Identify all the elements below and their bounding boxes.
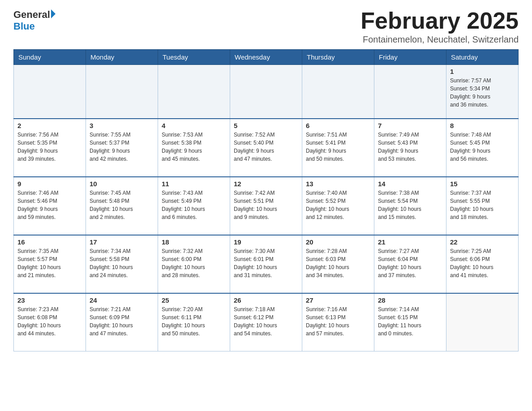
calendar-cell: 28Sunrise: 7:14 AMSunset: 6:15 PMDayligh… <box>374 293 446 351</box>
day-number: 17 <box>90 238 154 246</box>
location-subtitle: Fontainemelon, Neuchatel, Switzerland <box>360 34 519 45</box>
logo-blue: Blue <box>13 21 35 32</box>
calendar-cell: 1Sunrise: 7:57 AMSunset: 5:34 PMDaylight… <box>446 65 519 119</box>
column-header-tuesday: Tuesday <box>158 50 230 65</box>
calendar-cell: 5Sunrise: 7:52 AMSunset: 5:40 PMDaylight… <box>230 119 302 177</box>
logo-triangle-icon <box>51 9 56 18</box>
day-number: 10 <box>90 180 154 188</box>
calendar-cell <box>230 65 302 119</box>
day-info: Sunrise: 7:14 AMSunset: 6:15 PMDaylight:… <box>378 305 442 338</box>
day-number: 18 <box>162 238 226 246</box>
day-info: Sunrise: 7:45 AMSunset: 5:48 PMDaylight:… <box>90 189 154 221</box>
day-info: Sunrise: 7:48 AMSunset: 5:45 PMDaylight:… <box>450 131 515 163</box>
day-info: Sunrise: 7:43 AMSunset: 5:49 PMDaylight:… <box>162 189 226 221</box>
day-info: Sunrise: 7:37 AMSunset: 5:55 PMDaylight:… <box>450 189 515 221</box>
calendar-cell: 15Sunrise: 7:37 AMSunset: 5:55 PMDayligh… <box>446 177 519 235</box>
calendar-cell: 20Sunrise: 7:28 AMSunset: 6:03 PMDayligh… <box>302 235 374 293</box>
month-title: February 2025 <box>360 9 519 32</box>
calendar-cell: 14Sunrise: 7:38 AMSunset: 5:54 PMDayligh… <box>374 177 446 235</box>
day-info: Sunrise: 7:52 AMSunset: 5:40 PMDaylight:… <box>234 131 298 163</box>
calendar-cell: 9Sunrise: 7:46 AMSunset: 5:46 PMDaylight… <box>14 177 86 235</box>
day-number: 6 <box>306 122 370 129</box>
calendar-cell: 6Sunrise: 7:51 AMSunset: 5:41 PMDaylight… <box>302 119 374 177</box>
calendar-cell: 7Sunrise: 7:49 AMSunset: 5:43 PMDaylight… <box>374 119 446 177</box>
calendar-cell: 12Sunrise: 7:42 AMSunset: 5:51 PMDayligh… <box>230 177 302 235</box>
day-number: 20 <box>306 238 370 246</box>
calendar-cell: 25Sunrise: 7:20 AMSunset: 6:11 PMDayligh… <box>158 293 230 351</box>
day-number: 8 <box>450 122 515 129</box>
day-info: Sunrise: 7:18 AMSunset: 6:12 PMDaylight:… <box>234 305 298 338</box>
calendar-week-row: 1Sunrise: 7:57 AMSunset: 5:34 PMDaylight… <box>14 65 519 119</box>
column-header-friday: Friday <box>374 50 446 65</box>
day-number: 28 <box>378 296 442 304</box>
calendar-week-row: 2Sunrise: 7:56 AMSunset: 5:35 PMDaylight… <box>14 119 519 177</box>
day-number: 22 <box>450 238 515 246</box>
calendar-cell: 8Sunrise: 7:48 AMSunset: 5:45 PMDaylight… <box>446 119 519 177</box>
day-number: 16 <box>17 238 82 246</box>
calendar-cell: 4Sunrise: 7:53 AMSunset: 5:38 PMDaylight… <box>158 119 230 177</box>
day-info: Sunrise: 7:49 AMSunset: 5:43 PMDaylight:… <box>378 131 442 163</box>
day-number: 24 <box>90 296 154 304</box>
day-info: Sunrise: 7:28 AMSunset: 6:03 PMDaylight:… <box>306 247 370 279</box>
calendar-cell: 10Sunrise: 7:45 AMSunset: 5:48 PMDayligh… <box>86 177 158 235</box>
day-number: 1 <box>450 68 515 75</box>
calendar-cell <box>86 65 158 119</box>
day-info: Sunrise: 7:32 AMSunset: 6:00 PMDaylight:… <box>162 247 226 279</box>
day-info: Sunrise: 7:56 AMSunset: 5:35 PMDaylight:… <box>17 131 82 163</box>
day-info: Sunrise: 7:16 AMSunset: 6:13 PMDaylight:… <box>306 305 370 338</box>
column-header-thursday: Thursday <box>302 50 374 65</box>
day-info: Sunrise: 7:21 AMSunset: 6:09 PMDaylight:… <box>90 305 154 338</box>
day-number: 11 <box>162 180 226 188</box>
column-header-wednesday: Wednesday <box>230 50 302 65</box>
day-number: 13 <box>306 180 370 188</box>
day-info: Sunrise: 7:38 AMSunset: 5:54 PMDaylight:… <box>378 189 442 221</box>
day-info: Sunrise: 7:40 AMSunset: 5:52 PMDaylight:… <box>306 189 370 221</box>
day-number: 12 <box>234 180 298 188</box>
day-number: 21 <box>378 238 442 246</box>
day-number: 14 <box>378 180 442 188</box>
calendar-cell: 26Sunrise: 7:18 AMSunset: 6:12 PMDayligh… <box>230 293 302 351</box>
day-number: 2 <box>17 122 82 129</box>
calendar-week-row: 23Sunrise: 7:23 AMSunset: 6:08 PMDayligh… <box>14 293 519 351</box>
calendar-cell: 18Sunrise: 7:32 AMSunset: 6:00 PMDayligh… <box>158 235 230 293</box>
day-info: Sunrise: 7:25 AMSunset: 6:06 PMDaylight:… <box>450 247 515 279</box>
day-info: Sunrise: 7:53 AMSunset: 5:38 PMDaylight:… <box>162 131 226 163</box>
calendar-cell: 27Sunrise: 7:16 AMSunset: 6:13 PMDayligh… <box>302 293 374 351</box>
column-header-sunday: Sunday <box>14 50 86 65</box>
day-number: 27 <box>306 296 370 304</box>
calendar-cell: 24Sunrise: 7:21 AMSunset: 6:09 PMDayligh… <box>86 293 158 351</box>
day-info: Sunrise: 7:30 AMSunset: 6:01 PMDaylight:… <box>234 247 298 279</box>
calendar-cell: 22Sunrise: 7:25 AMSunset: 6:06 PMDayligh… <box>446 235 519 293</box>
day-number: 26 <box>234 296 298 304</box>
column-header-saturday: Saturday <box>446 50 519 65</box>
logo-general: General <box>13 9 50 21</box>
calendar-cell <box>374 65 446 119</box>
day-number: 19 <box>234 238 298 246</box>
day-number: 4 <box>162 122 226 129</box>
calendar-cell <box>302 65 374 119</box>
day-info: Sunrise: 7:42 AMSunset: 5:51 PMDaylight:… <box>234 189 298 221</box>
day-number: 15 <box>450 180 515 188</box>
title-section: February 2025 Fontainemelon, Neuchatel, … <box>360 9 519 45</box>
calendar-cell: 21Sunrise: 7:27 AMSunset: 6:04 PMDayligh… <box>374 235 446 293</box>
day-info: Sunrise: 7:35 AMSunset: 5:57 PMDaylight:… <box>17 247 82 279</box>
day-number: 7 <box>378 122 442 129</box>
day-number: 23 <box>17 296 82 304</box>
calendar-cell: 11Sunrise: 7:43 AMSunset: 5:49 PMDayligh… <box>158 177 230 235</box>
calendar-cell: 2Sunrise: 7:56 AMSunset: 5:35 PMDaylight… <box>14 119 86 177</box>
day-number: 25 <box>162 296 226 304</box>
calendar-cell: 16Sunrise: 7:35 AMSunset: 5:57 PMDayligh… <box>14 235 86 293</box>
calendar-cell: 17Sunrise: 7:34 AMSunset: 5:58 PMDayligh… <box>86 235 158 293</box>
calendar-cell <box>158 65 230 119</box>
logo: General Blue <box>13 9 56 32</box>
calendar-table: SundayMondayTuesdayWednesdayThursdayFrid… <box>13 49 519 351</box>
calendar-header-row: SundayMondayTuesdayWednesdayThursdayFrid… <box>14 50 519 65</box>
calendar-week-row: 9Sunrise: 7:46 AMSunset: 5:46 PMDaylight… <box>14 177 519 235</box>
day-info: Sunrise: 7:20 AMSunset: 6:11 PMDaylight:… <box>162 305 226 338</box>
day-number: 3 <box>90 122 154 129</box>
calendar-cell <box>14 65 86 119</box>
day-number: 5 <box>234 122 298 129</box>
calendar-cell: 3Sunrise: 7:55 AMSunset: 5:37 PMDaylight… <box>86 119 158 177</box>
day-number: 9 <box>17 180 82 188</box>
calendar-cell: 13Sunrise: 7:40 AMSunset: 5:52 PMDayligh… <box>302 177 374 235</box>
